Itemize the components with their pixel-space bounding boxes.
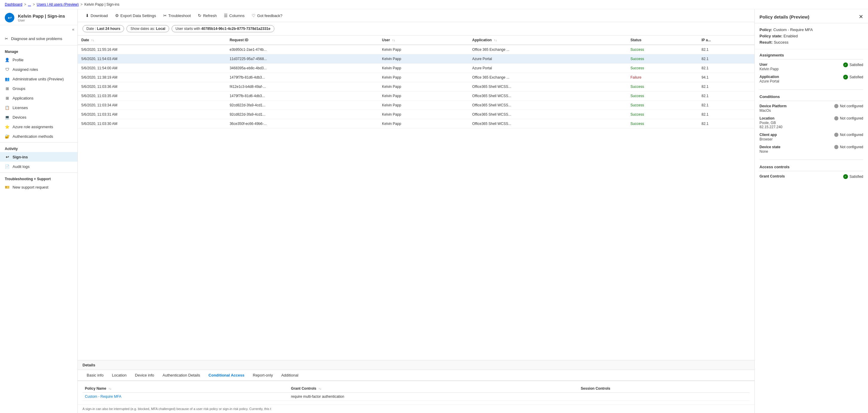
policy-label: Policy: — [760, 28, 772, 32]
user-filter-label: User starts with 40785b14-96c1-4c2b-8775… — [176, 27, 271, 31]
download-button[interactable]: ⬇ Download — [83, 12, 111, 20]
cell-application: Azure Portal — [469, 54, 627, 64]
table-row[interactable]: 5/6/2020, 11:55:16 AM e3b950c1-2ae1-474b… — [78, 45, 754, 54]
sidebar-item-audit-logs[interactable]: 📄 Audit logs — [0, 162, 78, 171]
policy-value: Custom - Require MFA — [773, 28, 813, 32]
table-row[interactable]: 5/6/2020, 11:03:31 AM 92cd822d-3fa9-4cd1… — [78, 110, 754, 119]
not-configured-icon-platform — [834, 104, 838, 108]
sidebar-item-sign-ins[interactable]: ↩ Sign-ins — [0, 152, 78, 162]
cell-request-id: 3468395a-eb8c-4bd3... — [226, 64, 378, 73]
policy-panel: Policy details (Preview) ✕ Policy: Custo… — [754, 9, 868, 413]
sidebar-item-diagnose[interactable]: ✂ Diagnose and solve problems — [0, 33, 78, 44]
tab-conditional-access[interactable]: Conditional Access — [205, 370, 249, 381]
sidebar-item-label: Applications — [12, 96, 33, 100]
policy-state-row: Policy state: Enabled — [760, 33, 863, 39]
cell-application: Office365 Shell WCSS... — [469, 91, 627, 101]
policy-row-application: Application Azure Portal ✓ Satisfied — [760, 75, 863, 84]
col-request-id[interactable]: Request ID — [226, 36, 378, 45]
tab-auth-details[interactable]: Authentication Details — [158, 370, 205, 381]
sidebar-item-label: Azure role assignments — [12, 125, 53, 129]
policy-link[interactable]: Custom - Require MFA — [85, 394, 121, 399]
details-col-grant[interactable]: Grant Controls ↑↓ — [289, 385, 579, 393]
table-row[interactable]: 5/6/2020, 11:38:19 AM 1479f7fb-81d6-4db3… — [78, 73, 754, 82]
columns-icon: ☰ — [224, 13, 228, 18]
satisfied-icon-user: ✓ — [843, 62, 848, 67]
cell-date: 5/6/2020, 11:54:00 AM — [78, 64, 226, 73]
grant-controls-value: ✓ Satisfied — [843, 174, 863, 179]
cell-status: Success — [627, 64, 698, 73]
sidebar-item-groups[interactable]: ⊞ Groups — [0, 84, 78, 93]
table-row[interactable]: 5/6/2020, 11:03:34 AM 92cd822d-3fa9-4cd1… — [78, 101, 754, 110]
columns-button[interactable]: ☰ Columns — [221, 12, 247, 20]
policy-panel-close-button[interactable]: ✕ — [859, 13, 863, 20]
collapse-button[interactable]: « — [72, 27, 74, 32]
sidebar-item-profile[interactable]: 👤 Profile — [0, 55, 78, 65]
cell-application: Office 365 Exchange ... — [469, 45, 627, 54]
support-icon: 🎫 — [5, 185, 9, 189]
details-note: A sign-in can also be interrupted (e.g. … — [78, 404, 754, 413]
col-ip[interactable]: IP a... — [698, 36, 754, 45]
col-date[interactable]: Date ↑↓ — [78, 36, 226, 45]
sidebar-item-licenses[interactable]: 📋 Licenses — [0, 103, 78, 113]
sidebar-item-admin-units[interactable]: 👥 Administrative units (Preview) — [0, 74, 78, 84]
sidebar-section-manage: Manage — [0, 46, 78, 55]
details-col-policy[interactable]: Policy Name ↑↓ — [83, 385, 289, 393]
sidebar-item-label: Licenses — [12, 105, 28, 110]
tab-additional[interactable]: Additional — [277, 370, 303, 381]
sidebar-item-assigned-roles[interactable]: 🛡 Assigned roles — [0, 65, 78, 74]
user-filter[interactable]: User starts with 40785b14-96c1-4c2b-8775… — [172, 25, 274, 32]
sidebar-item-azure-roles[interactable]: ⭐ Azure role assignments — [0, 122, 78, 131]
tab-device-info[interactable]: Device info — [131, 370, 158, 381]
applications-icon: ⊞ — [5, 96, 9, 100]
sidebar-item-devices[interactable]: 💻 Devices — [0, 113, 78, 122]
cell-request-id: 92cd822d-3fa9-4cd1... — [226, 110, 378, 119]
admin-units-icon: 👥 — [5, 76, 9, 81]
sidebar-item-applications[interactable]: ⊞ Applications — [0, 93, 78, 103]
tab-location[interactable]: Location — [107, 370, 131, 381]
table-row[interactable]: 5/6/2020, 11:03:35 AM 1479f7fb-81d6-4db3… — [78, 91, 754, 101]
col-application[interactable]: Application ↑↓ — [469, 36, 627, 45]
breadcrumb-dashboard[interactable]: Dashboard — [5, 2, 23, 7]
export-data-button[interactable]: ⚙ Export Data Settings — [112, 12, 159, 20]
table-row[interactable]: 5/6/2020, 11:03:30 AM 36ce350f-ec66-49b6… — [78, 119, 754, 128]
user-assignment-sub: Kelvin Papp — [760, 67, 779, 71]
cell-user: Kelvin Papp — [378, 119, 469, 128]
tab-report-only[interactable]: Report-only — [249, 370, 277, 381]
tab-basic-info[interactable]: Basic info — [83, 370, 107, 381]
col-user[interactable]: User ↑↓ — [378, 36, 469, 45]
date-format-filter[interactable]: Show dates as: Local — [126, 25, 169, 32]
cell-status: Success — [627, 91, 698, 101]
troubleshoot-button[interactable]: ✂ Troubleshoot — [160, 12, 194, 20]
sidebar-collapse[interactable]: « — [0, 25, 78, 33]
sidebar-subtitle: User — [18, 19, 65, 22]
filters-bar: Date : Last 24 hours Show dates as: Loca… — [78, 22, 754, 36]
feedback-button[interactable]: ♡ Got feedback? — [249, 12, 285, 20]
refresh-button[interactable]: ↻ Refresh — [195, 12, 220, 20]
sign-ins-table: Date ↑↓ Request ID User ↑↓ Application ↑… — [78, 36, 754, 128]
sidebar-item-auth-methods[interactable]: 🔐 Authentication methods — [0, 131, 78, 141]
state-label: Policy state: — [760, 34, 782, 38]
auth-methods-icon: 🔐 — [5, 134, 9, 139]
sign-ins-table-container: Date ↑↓ Request ID User ↑↓ Application ↑… — [78, 36, 754, 360]
cell-request-id: e3b950c1-2ae1-474b... — [226, 45, 378, 54]
sidebar-item-support[interactable]: 🎫 New support request — [0, 182, 78, 192]
policy-row-grant-controls: Grant Controls ✓ Satisfied — [760, 174, 863, 179]
table-row[interactable]: 5/6/2020, 11:03:36 AM f412e1c3-b4d8-49af… — [78, 82, 754, 91]
table-row[interactable]: 5/6/2020, 11:54:03 AM 11d37225-95a7-4568… — [78, 54, 754, 64]
sidebar-item-label: New support request — [12, 185, 49, 189]
device-platform-value: Not configured — [834, 104, 863, 108]
not-configured-icon-location — [834, 116, 838, 121]
location-sub: Poole, GB82.15.227.240 — [760, 121, 782, 129]
export-label: Export Data Settings — [120, 13, 156, 18]
date-filter[interactable]: Date : Last 24 hours — [83, 25, 124, 32]
col-status[interactable]: Status — [627, 36, 698, 45]
breadcrumb-users[interactable]: Users | All users (Preview) — [37, 2, 79, 7]
table-row[interactable]: 5/6/2020, 11:54:00 AM 3468395a-eb8c-4bd3… — [78, 64, 754, 73]
table-row[interactable]: Custom - Require MFA require multi-facto… — [83, 393, 750, 401]
diagnose-icon: ✂ — [5, 36, 8, 41]
cell-application: Office365 Shell WCSS... — [469, 82, 627, 91]
policy-section-access-controls: Access controls Grant Controls ✓ Satisfi… — [755, 161, 868, 184]
cell-ip: 82.1 — [698, 119, 754, 128]
breadcrumb-tenant[interactable]: ... — [28, 2, 31, 7]
date-format-label: Show dates as: Local — [130, 27, 165, 31]
